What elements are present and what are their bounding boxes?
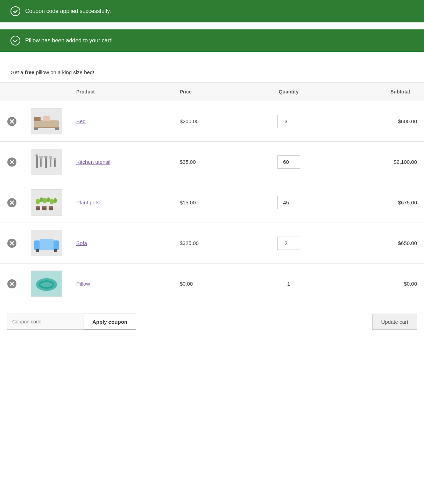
table-row: Bed $200.00 $600.00 bbox=[0, 101, 424, 142]
col-header-price: Price bbox=[173, 83, 244, 101]
quantity-cell: 1 bbox=[243, 264, 334, 304]
price-cell: $35.00 bbox=[173, 142, 244, 182]
product-image-pillow bbox=[31, 271, 62, 297]
svg-point-26 bbox=[40, 197, 43, 202]
col-header-quantity: Quantity bbox=[243, 83, 334, 101]
x-circle-icon bbox=[7, 157, 17, 167]
image-cell bbox=[24, 223, 69, 264]
remove-cell bbox=[0, 142, 24, 182]
product-image-bed bbox=[31, 108, 62, 134]
subtotal-cell: $2,100.00 bbox=[334, 142, 424, 182]
product-link-pillow[interactable]: Pillow bbox=[76, 281, 90, 287]
cart-table: Product Price Quantity Subtotal bbox=[0, 82, 424, 304]
quantity-cell bbox=[243, 223, 334, 264]
promo-prefix: Get a bbox=[10, 69, 25, 75]
coupon-code-input[interactable] bbox=[7, 314, 84, 330]
image-cell bbox=[24, 142, 69, 182]
coupon-success-notification: Coupon code applied successfully. bbox=[0, 0, 424, 22]
remove-cell bbox=[0, 101, 24, 142]
svg-point-15 bbox=[39, 156, 43, 159]
svg-point-30 bbox=[54, 198, 57, 203]
apply-coupon-button[interactable]: Apply coupon bbox=[84, 314, 136, 330]
subtotal-cell: $0.00 bbox=[334, 264, 424, 304]
product-image-kitchen bbox=[31, 149, 62, 175]
svg-point-13 bbox=[35, 154, 38, 156]
quantity-cell bbox=[243, 101, 334, 142]
product-image-sofa bbox=[31, 230, 62, 256]
svg-rect-44 bbox=[36, 249, 39, 252]
subtotal-cell: $600.00 bbox=[334, 101, 424, 142]
svg-rect-21 bbox=[54, 158, 56, 160]
svg-point-19 bbox=[49, 156, 52, 159]
price-cell: $325.00 bbox=[173, 223, 244, 264]
quantity-input[interactable] bbox=[277, 115, 300, 128]
quantity-cell bbox=[243, 182, 334, 223]
x-circle-icon bbox=[7, 198, 17, 208]
quantity-value: 1 bbox=[287, 281, 290, 287]
col-header-image bbox=[24, 83, 69, 101]
svg-rect-4 bbox=[34, 117, 41, 121]
col-header-remove bbox=[0, 83, 24, 101]
subtotal-cell: $675.00 bbox=[334, 182, 424, 223]
subtotal-cell: $650.00 bbox=[334, 223, 424, 264]
remove-cell bbox=[0, 223, 24, 264]
col-header-subtotal: Subtotal bbox=[334, 83, 424, 101]
table-row: Pillow $0.00 1 $0.00 bbox=[0, 264, 424, 304]
svg-rect-34 bbox=[36, 206, 40, 208]
remove-button[interactable] bbox=[7, 279, 17, 289]
svg-rect-36 bbox=[49, 206, 53, 208]
remove-button[interactable] bbox=[7, 117, 17, 126]
svg-rect-43 bbox=[40, 239, 54, 243]
quantity-cell bbox=[243, 142, 334, 182]
image-cell bbox=[24, 182, 69, 223]
price-cell: $15.00 bbox=[173, 182, 244, 223]
remove-cell bbox=[0, 182, 24, 223]
product-link-bed[interactable]: Bed bbox=[76, 118, 86, 124]
table-row: Plant pots $15.00 $675.00 bbox=[0, 182, 424, 223]
price-cell: $200.00 bbox=[173, 101, 244, 142]
product-name-cell: Bed bbox=[69, 101, 173, 142]
promo-suffix: pillow on a king size bed! bbox=[34, 69, 94, 75]
product-name-cell: Plant pots bbox=[69, 182, 173, 223]
quantity-input[interactable] bbox=[277, 237, 300, 250]
product-link-plant[interactable]: Plant pots bbox=[76, 200, 100, 205]
svg-point-27 bbox=[43, 198, 47, 203]
promo-text: Get a free pillow on a king size bed! bbox=[0, 62, 424, 79]
image-cell bbox=[24, 264, 69, 304]
remove-button[interactable] bbox=[7, 238, 17, 248]
pillow-added-notification: Pillow has been added to your cart! bbox=[0, 29, 424, 52]
product-name-cell: Pillow bbox=[69, 264, 173, 304]
table-row: Kitchen utensil $35.00 $2,100.00 bbox=[0, 142, 424, 182]
x-circle-icon bbox=[7, 238, 17, 248]
product-image-plant bbox=[31, 189, 62, 216]
update-cart-button[interactable]: Update cart bbox=[372, 314, 417, 330]
svg-rect-8 bbox=[34, 127, 59, 128]
svg-rect-16 bbox=[45, 157, 47, 168]
pillow-added-message: Pillow has been added to your cart! bbox=[25, 37, 113, 44]
svg-rect-45 bbox=[54, 249, 57, 252]
quantity-input[interactable] bbox=[277, 155, 300, 169]
svg-rect-20 bbox=[54, 159, 56, 167]
x-circle-icon bbox=[7, 279, 17, 289]
svg-rect-5 bbox=[43, 116, 50, 121]
check-icon-2 bbox=[10, 36, 20, 46]
x-circle-icon bbox=[7, 117, 17, 126]
svg-rect-18 bbox=[50, 158, 51, 167]
quantity-input[interactable] bbox=[277, 196, 300, 209]
cart-footer: Apply coupon Update cart bbox=[0, 308, 424, 335]
svg-point-29 bbox=[50, 199, 54, 204]
table-header-row: Product Price Quantity Subtotal bbox=[0, 83, 424, 101]
remove-button[interactable] bbox=[7, 157, 17, 167]
product-link-sofa[interactable]: Sofa bbox=[76, 240, 87, 246]
remove-cell bbox=[0, 264, 24, 304]
table-row: Sofa $325.00 $650.00 bbox=[0, 223, 424, 264]
svg-rect-35 bbox=[42, 206, 47, 208]
product-link-kitchen[interactable]: Kitchen utensil bbox=[76, 159, 111, 165]
check-icon bbox=[10, 6, 20, 16]
remove-button[interactable] bbox=[7, 198, 17, 208]
svg-rect-17 bbox=[44, 156, 48, 158]
product-name-cell: Kitchen utensil bbox=[69, 142, 173, 182]
price-cell: $0.00 bbox=[173, 264, 244, 304]
svg-rect-41 bbox=[34, 240, 40, 250]
coupon-success-message: Coupon code applied successfully. bbox=[25, 8, 111, 14]
